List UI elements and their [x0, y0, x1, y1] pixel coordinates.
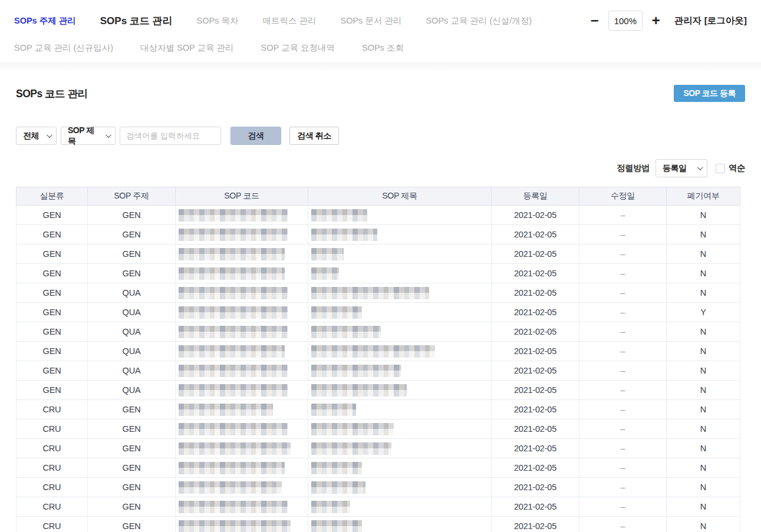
search-cancel-button[interactable]: 검색 취소 [289, 127, 339, 145]
table-cell [176, 381, 308, 400]
table-cell: GEN [88, 244, 176, 264]
table-row[interactable]: GENQUA2021-02-05–N [17, 283, 740, 303]
redacted-sop-code [179, 501, 288, 513]
table-cell: 2021-02-05 [492, 478, 579, 497]
table-row[interactable]: CRUGEN2021-02-05–N [17, 419, 740, 439]
table-cell: GEN [17, 225, 88, 244]
table-cell: N [667, 439, 740, 458]
table-cell [176, 361, 308, 381]
table-row[interactable]: CRUGEN2021-02-05–N [17, 439, 740, 458]
table-cell: – [579, 264, 667, 283]
table-row[interactable]: GENGEN2021-02-05–N [17, 225, 740, 244]
table-row[interactable]: GENGEN2021-02-05–N [17, 206, 740, 225]
column-header: 등록일 [492, 187, 579, 206]
zoom-out-button[interactable]: − [589, 14, 600, 28]
reverse-order-checkbox[interactable] [716, 164, 725, 173]
redacted-sop-code [179, 462, 285, 474]
nav-tab[interactable]: SOP 교육 관리 (신규입사) [14, 42, 113, 54]
table-row[interactable]: GENGEN2021-02-05–N [17, 264, 740, 283]
table-cell: N [667, 264, 740, 283]
table-row[interactable]: GENQUA2021-02-05–Y [17, 303, 740, 322]
zoom-in-button[interactable]: + [651, 14, 661, 28]
redacted-sop-title [311, 229, 377, 241]
nav-tab[interactable]: 매트릭스 관리 [262, 15, 316, 27]
nav-tab[interactable]: SOP 교육 요청내역 [261, 42, 335, 54]
search-field-select-value: SOP 제목 [68, 125, 101, 147]
nav-tab[interactable]: SOPs 목차 [197, 15, 239, 27]
table-cell: N [667, 225, 740, 244]
redacted-sop-title [311, 345, 435, 358]
table-row[interactable]: CRUGEN2021-02-05–N [17, 497, 740, 517]
redacted-sop-title [311, 481, 365, 494]
table-cell: N [667, 244, 740, 264]
table-row[interactable]: CRUGEN2021-02-05–N [17, 458, 740, 478]
table-cell [308, 497, 492, 517]
table-cell: 2021-02-05 [492, 264, 579, 283]
search-input[interactable] [120, 127, 221, 145]
table-cell: – [579, 342, 667, 361]
table-cell: 2021-02-05 [492, 342, 579, 361]
redacted-sop-code [179, 326, 288, 338]
redacted-sop-code [179, 481, 282, 494]
sort-select[interactable]: 등록일 [655, 159, 707, 177]
chevron-down-icon [106, 132, 111, 138]
search-field-select[interactable]: SOP 제목 [61, 127, 116, 145]
nav-tab[interactable]: SOPs 코드 관리 [100, 14, 173, 28]
table-row[interactable]: GENQUA2021-02-05–N [17, 381, 740, 400]
sort-bar: 정렬방법 등록일 역순 [16, 159, 745, 177]
nav-tab[interactable]: SOPs 조회 [362, 42, 404, 54]
nav-tab[interactable]: SOPs 문서 관리 [341, 15, 402, 27]
table-cell: GEN [88, 264, 176, 283]
table-row[interactable]: GENQUA2021-02-05–N [17, 322, 740, 342]
admin-logout-link[interactable]: 관리자 [로그아웃] [674, 15, 747, 27]
table-cell [308, 225, 492, 244]
table-cell: CRU [17, 419, 88, 439]
table-row[interactable]: CRUGEN2021-02-05–N [17, 400, 740, 419]
table-header-row: 실분류SOP 주제SOP 코드SOP 제목등록일수정일폐기여부 [17, 187, 740, 206]
table-cell: – [579, 400, 667, 419]
redacted-sop-title [311, 306, 362, 319]
zoom-level-value[interactable]: 100% [608, 11, 643, 31]
category-select[interactable]: 전체 [16, 127, 57, 145]
table-cell: 2021-02-05 [492, 439, 579, 458]
table-row[interactable]: CRUGEN2021-02-05–N [17, 517, 740, 532]
nav-tab[interactable]: 대상자별 SOP 교육 관리 [140, 42, 233, 54]
table-cell: GEN [17, 361, 88, 381]
table-cell: 2021-02-05 [492, 381, 579, 400]
table-cell [176, 439, 308, 458]
top-navigation: SOPs 주제 관리SOPs 코드 관리SOPs 목차매트릭스 관리SOPs 문… [0, 0, 761, 62]
table-cell: N [667, 361, 740, 381]
table-cell: N [667, 381, 740, 400]
table-cell: N [667, 419, 740, 439]
search-button[interactable]: 검색 [230, 127, 281, 145]
sort-select-value: 등록일 [663, 163, 687, 174]
table-row[interactable]: GENGEN2021-02-05–N [17, 244, 740, 264]
table-cell: – [579, 322, 667, 342]
redacted-sop-code [179, 345, 285, 358]
table-row[interactable]: GENQUA2021-02-05–N [17, 361, 740, 381]
table-cell [176, 322, 308, 342]
table-cell: GEN [88, 206, 176, 225]
table-row[interactable]: GENQUA2021-02-05–N [17, 342, 740, 361]
table-cell [176, 206, 308, 225]
table-cell [308, 264, 492, 283]
redacted-sop-title [311, 442, 391, 455]
redacted-sop-title [311, 365, 401, 377]
redacted-sop-code [179, 267, 285, 280]
table-cell: 2021-02-05 [492, 458, 579, 478]
redacted-sop-title [311, 326, 381, 338]
table-cell: GEN [88, 478, 176, 497]
nav-tab[interactable]: SOPs 교육 관리 (신설/개정) [426, 15, 532, 27]
table-cell: GEN [17, 206, 88, 225]
table-row[interactable]: CRUGEN2021-02-05–N [17, 478, 740, 497]
table-cell: CRU [17, 517, 88, 532]
table-cell [176, 303, 308, 322]
table-cell: N [667, 283, 740, 303]
table-cell: – [579, 303, 667, 322]
table-cell [176, 244, 308, 264]
table-cell: GEN [17, 244, 88, 264]
column-header: 실분류 [17, 187, 88, 206]
sop-code-register-button[interactable]: SOP 코드 등록 [674, 85, 745, 102]
table-cell: GEN [88, 497, 176, 517]
nav-tab[interactable]: SOPs 주제 관리 [14, 15, 76, 27]
